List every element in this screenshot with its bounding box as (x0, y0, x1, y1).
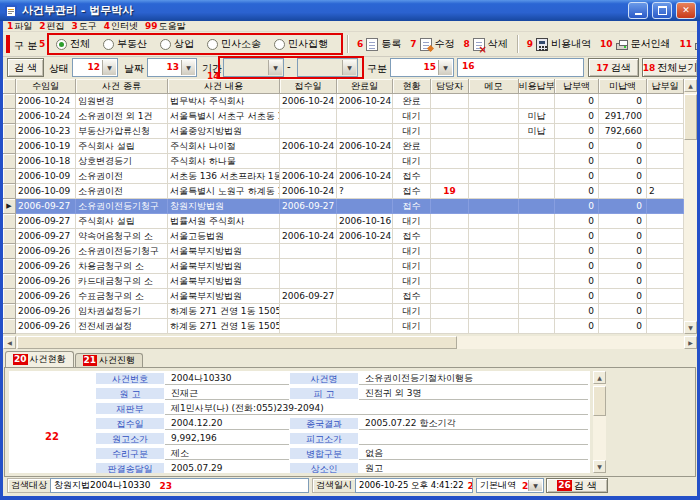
cell-suim[interactable]: 2006-09-26 (16, 304, 76, 319)
category-select[interactable]: 15 ▼ (390, 58, 454, 77)
cell-damdang[interactable] (431, 109, 469, 124)
cell-jongryu[interactable]: 소유권이전 (76, 184, 168, 199)
cell-damdang[interactable] (431, 139, 469, 154)
cell-napil[interactable] (647, 214, 684, 229)
cell-naeyong[interactable]: 주식회사 나이절 (168, 139, 280, 154)
table-row[interactable]: 2006-09-26전전세권설정하계동 271 건영 1동 1505호대기00 (3, 319, 697, 334)
cell-suim[interactable]: 2006-09-27 (16, 229, 76, 244)
maximize-button[interactable] (652, 2, 672, 19)
tab-case-status[interactable]: 20사건현황 (5, 351, 74, 367)
cell-napil[interactable]: 2 (647, 184, 684, 199)
cell-memo[interactable] (469, 259, 519, 274)
cell-suim[interactable]: 2006-09-26 (16, 319, 76, 334)
cell-minap[interactable]: 0 (599, 229, 647, 244)
cell-biyong[interactable] (519, 214, 555, 229)
delete-button[interactable]: 8삭제 (464, 37, 508, 51)
cell-hyeon[interactable]: 접수 (393, 184, 431, 199)
cell-biyong[interactable] (519, 169, 555, 184)
cell-wanryo[interactable] (337, 274, 393, 289)
column-header-jongryu[interactable]: 사건 종류 (76, 79, 168, 94)
cell-biyong[interactable] (519, 154, 555, 169)
menu-item-tools[interactable]: 3도구 (72, 21, 97, 33)
scroll-up-button[interactable]: ▲ (684, 79, 697, 92)
cell-napil[interactable] (647, 154, 684, 169)
find-button[interactable]: 17 검색 (588, 58, 639, 77)
row-selector[interactable] (3, 319, 16, 334)
cell-biyong[interactable] (519, 289, 555, 304)
cell-damdang[interactable] (431, 229, 469, 244)
cell-jongryu[interactable]: 주식회사 설립 (76, 214, 168, 229)
cell-biyong[interactable] (519, 229, 555, 244)
cell-biyong[interactable] (519, 139, 555, 154)
search-target-field[interactable]: 창원지법2004나10330 23 (50, 478, 309, 493)
cell-naeyong[interactable]: 주식회사 하나물 (168, 154, 280, 169)
cell-jeopsu[interactable] (280, 124, 337, 139)
cell-jeopsu[interactable]: 2006-10-24 (280, 184, 337, 199)
cell-biyong[interactable] (519, 244, 555, 259)
cell-napbu[interactable]: 0 (555, 319, 599, 334)
cell-wanryo[interactable] (337, 199, 393, 214)
table-row[interactable]: ▶2006-09-27소유권이전등기청구창원지방법원2006-09-27접수00 (3, 199, 697, 214)
scroll-thumb[interactable] (17, 336, 457, 349)
cell-hyeon[interactable]: 접수 (393, 289, 431, 304)
row-selector[interactable] (3, 109, 16, 124)
cell-naeyong[interactable]: 하계동 271 건영 1동 1505호 (168, 304, 280, 319)
period-end-select[interactable]: ▼ (297, 58, 358, 77)
cell-minap[interactable]: 0 (599, 319, 647, 334)
cell-memo[interactable] (469, 109, 519, 124)
scroll-left-button[interactable]: ◀ (3, 336, 16, 349)
date-select[interactable]: 13 ▼ (147, 58, 197, 77)
column-header-hyeon[interactable]: 현황 (393, 79, 431, 94)
scroll-right-button[interactable]: ▶ (684, 336, 697, 349)
table-row[interactable]: 2006-10-19주식회사 설립주식회사 나이절2006-10-242006-… (3, 139, 697, 154)
cell-minap[interactable]: 0 (599, 169, 647, 184)
status-select[interactable]: 12 ▼ (72, 58, 118, 77)
cell-damdang[interactable] (431, 199, 469, 214)
cell-hyeon[interactable]: 대기 (393, 259, 431, 274)
cell-minap[interactable]: 0 (599, 94, 647, 109)
main-search-button[interactable]: 검 색 (7, 58, 44, 77)
tab-case-progress[interactable]: 21사건진행 (75, 353, 144, 367)
chevron-down-icon[interactable]: ▼ (528, 480, 542, 491)
cell-damdang[interactable] (431, 274, 469, 289)
column-header-napil[interactable]: 납부일 (647, 79, 684, 94)
cell-napbu[interactable]: 0 (555, 229, 599, 244)
cell-damdang[interactable] (431, 289, 469, 304)
cell-wanryo[interactable] (337, 109, 393, 124)
cell-memo[interactable] (469, 169, 519, 184)
cell-jeopsu[interactable] (280, 274, 337, 289)
cell-minap[interactable]: 0 (599, 274, 647, 289)
cell-biyong[interactable] (519, 319, 555, 334)
print-casebook-button[interactable]: 11사건부인쇄 (680, 37, 697, 51)
cell-damdang[interactable] (431, 154, 469, 169)
cell-suim[interactable]: 2006-10-24 (16, 94, 76, 109)
cell-wanryo[interactable] (337, 259, 393, 274)
cell-minap[interactable]: 0 (599, 304, 647, 319)
cell-memo[interactable] (469, 139, 519, 154)
cell-napbu[interactable]: 0 (555, 244, 599, 259)
cell-jongryu[interactable]: 소유권이전 외 1건 (76, 109, 168, 124)
cell-napbu[interactable]: 0 (555, 109, 599, 124)
row-selector[interactable] (3, 169, 16, 184)
cell-jeopsu[interactable] (280, 244, 337, 259)
cell-napil[interactable] (647, 199, 684, 214)
row-selector[interactable] (3, 304, 16, 319)
cell-napil[interactable] (647, 169, 684, 184)
cell-jongryu[interactable]: 주식회사 설립 (76, 139, 168, 154)
cell-naeyong[interactable]: 서초동 136 서초프라자 1동 80 (168, 169, 280, 184)
cell-naeyong[interactable]: 법률서원 주식회사 (168, 214, 280, 229)
table-row[interactable]: 2006-10-24임원변경법무박사 주식회사2006-10-242006-10… (3, 94, 697, 109)
search-scope-select[interactable]: 기본내역 25 ▼ (476, 478, 544, 493)
close-button[interactable]: ✕ (676, 2, 696, 19)
cell-memo[interactable] (469, 289, 519, 304)
table-row[interactable]: 2006-09-27약속어음청구의 소서울고등법원2006-10-242006-… (3, 229, 697, 244)
cell-damdang[interactable] (431, 244, 469, 259)
cell-napil[interactable] (647, 289, 684, 304)
row-selector[interactable] (3, 184, 16, 199)
cell-napil[interactable] (647, 139, 684, 154)
table-row[interactable]: 2006-09-26카드대금청구의 소서울북부지방법원대기00 (3, 274, 697, 289)
cell-jongryu[interactable]: 소유권이전 (76, 169, 168, 184)
cell-jeopsu[interactable]: 2006-09-27 (280, 199, 337, 214)
scroll-thumb[interactable] (684, 94, 697, 140)
cell-jeopsu[interactable] (280, 154, 337, 169)
